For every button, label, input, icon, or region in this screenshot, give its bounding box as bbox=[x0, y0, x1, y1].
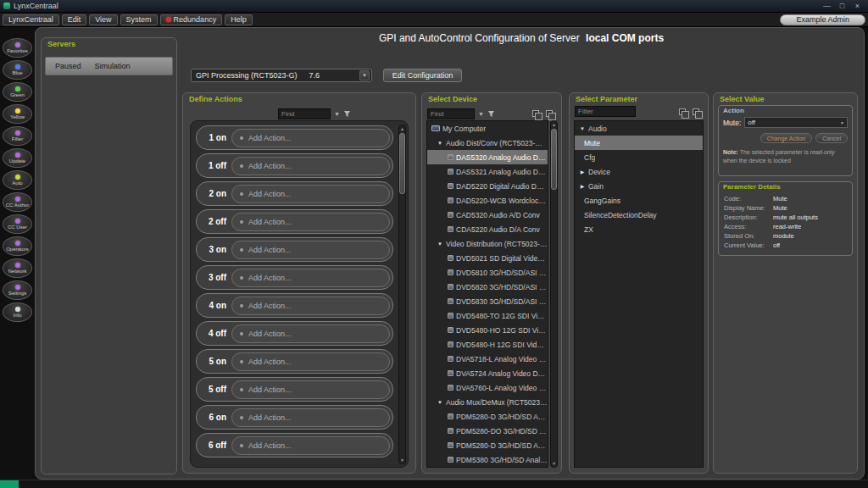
tree-item-pdm5280-d-3g-hd-sd-audio-proc[interactable]: PDM5280-D 3G/HD/SD Audio Proc... bbox=[427, 438, 548, 452]
add-action-button[interactable]: Add Action... bbox=[231, 324, 390, 343]
minimize-icon[interactable]: — bbox=[822, 1, 832, 12]
tree-item-dvd5480-h-12g-sdi-video-dist-amp[interactable]: DVD5480-H 12G SDI Video Dist Amp bbox=[427, 337, 548, 352]
add-action-button[interactable]: Add Action... bbox=[231, 213, 390, 231]
processor-dropdown[interactable]: GPI Processing (RCT5023-G) 7.6 ▼ bbox=[191, 69, 372, 82]
edit-configuration-button[interactable]: Edit Configuration bbox=[383, 69, 462, 82]
find-input[interactable] bbox=[278, 108, 331, 119]
tree-item-my-computer[interactable]: My Computer bbox=[427, 121, 548, 136]
tree-item-dad5220-wcb-wordclockdamp[interactable]: DAD5220-WCB WordclockDAmp bbox=[427, 193, 548, 208]
tree-item-dvd5480-to-12g-sdi-video-dist-a[interactable]: DVD5480-TO 12G SDI Video Dist A... bbox=[427, 308, 548, 323]
menu-item-system[interactable]: System bbox=[120, 14, 158, 25]
tree-item-das5321-analog-audio-damp-xbrn[interactable]: DAS5321 Analog Audio DAmp+XBrn bbox=[427, 164, 548, 179]
expand-all-icon[interactable] bbox=[679, 108, 686, 115]
device-scrollbar[interactable]: ▲ ▼ bbox=[550, 120, 558, 468]
tree-item-ganggains[interactable]: GangGains bbox=[575, 193, 703, 208]
tree-item-mute[interactable]: Mute bbox=[575, 136, 703, 150]
sidebar-item-filter[interactable]: Filter bbox=[3, 126, 32, 146]
server-row[interactable]: Paused Simulation bbox=[45, 57, 173, 75]
change-action-button[interactable]: Change Action bbox=[760, 133, 813, 143]
add-action-button[interactable]: Add Action... bbox=[231, 269, 390, 287]
filter-funnel-icon[interactable] bbox=[487, 106, 495, 121]
collapse-all-icon[interactable] bbox=[693, 108, 699, 115]
scrollbar-track[interactable] bbox=[551, 128, 557, 460]
close-icon[interactable]: × bbox=[853, 1, 862, 12]
tree-item-zx[interactable]: ZX bbox=[575, 222, 703, 236]
scroll-down-icon[interactable]: ▼ bbox=[400, 457, 404, 463]
add-action-button[interactable]: Add Action... bbox=[231, 157, 390, 175]
tree-item-dvd5830-3g-hd-sd-asi-digital-vi[interactable]: DVD5830 3G/HD/SD/ASI Digital Vi... bbox=[427, 294, 548, 308]
tree-item-dva5760-l-analog-video-damp[interactable]: DVA5760-L Analog Video DAmp bbox=[427, 380, 548, 395]
scrollbar-track[interactable] bbox=[399, 132, 405, 457]
tree-group-audio-mux-demux-rct5023-g[interactable]: ▼Audio Mux/DeMux (RCT5023-G) bbox=[427, 395, 548, 409]
tree-group-audio-dist-conv-rct5023-gs[interactable]: ▼Audio Dist/Conv (RCT5023-GS) bbox=[427, 136, 548, 150]
tree-item-cda5220-audio-d-a-conv[interactable]: CDA5220 Audio D/A Conv bbox=[427, 222, 548, 236]
sort-triangle-icon[interactable]: ▼ bbox=[478, 110, 484, 118]
collapse-all-icon[interactable] bbox=[546, 110, 553, 117]
menu-item-help[interactable]: Help bbox=[225, 14, 253, 25]
tree-group-audio[interactable]: ▼Audio bbox=[575, 121, 703, 136]
expander-open-icon[interactable]: ▼ bbox=[437, 400, 443, 405]
add-action-button[interactable]: Add Action... bbox=[231, 185, 390, 203]
tree-item-dvd5480-ho-12g-sdi-video-dist[interactable]: DVD5480-HO 12G SDI Video Dist ... bbox=[427, 323, 548, 337]
tree-item-silencedetectiondelay[interactable]: SilenceDetectionDelay bbox=[575, 208, 703, 222]
tree-item-dvd5810-3g-hd-sd-asi-digital-vi[interactable]: DVD5810 3G/HD/SD/ASI Digital Vi... bbox=[427, 265, 548, 280]
tree-item-pdm5280-do-3g-hd-sd-audio-pr[interactable]: PDM5280-DO 3G/HD/SD Audio Pr... bbox=[427, 424, 548, 438]
maximize-icon[interactable]: □ bbox=[837, 1, 847, 12]
tree-group-gain[interactable]: ▶Gain bbox=[575, 179, 703, 193]
add-action-button[interactable]: Add Action... bbox=[231, 436, 390, 455]
expander-open-icon[interactable]: ▼ bbox=[437, 241, 443, 247]
scroll-up-icon[interactable]: ▲ bbox=[552, 121, 556, 128]
sort-triangle-icon[interactable]: ▼ bbox=[334, 110, 340, 118]
cancel-button[interactable]: Cancel bbox=[815, 133, 848, 143]
sidebar-item-network[interactable]: Network bbox=[3, 258, 32, 278]
actions-scrollbar[interactable]: ▲ ▼ bbox=[398, 125, 406, 464]
expander-open-icon[interactable]: ▼ bbox=[437, 141, 443, 146]
tree-item-pdm5380-3g-hd-sd-analog-audio[interactable]: PDM5380 3G/HD/SD Analog Audio... bbox=[427, 452, 548, 467]
expand-all-icon[interactable] bbox=[532, 110, 539, 117]
expander-closed-icon[interactable]: ▶ bbox=[579, 169, 586, 175]
tree-item-cad5320-audio-a-d-conv[interactable]: CAD5320 Audio A/D Conv bbox=[427, 208, 548, 222]
add-action-button[interactable]: Add Action... bbox=[231, 352, 390, 371]
sidebar-item-info[interactable]: Info bbox=[3, 302, 32, 322]
menu-item-lynxcentraal[interactable]: LynxCentraal bbox=[3, 14, 59, 25]
add-action-button[interactable]: Add Action... bbox=[231, 408, 390, 427]
tree-group-video-distribution-rct5023-g[interactable]: ▼Video Distribution (RCT5023-G) bbox=[427, 236, 548, 251]
menu-item-redundancy[interactable]: Redundancy bbox=[160, 14, 223, 25]
parameter-filter-input[interactable] bbox=[575, 106, 636, 117]
sidebar-item-update[interactable]: Update bbox=[3, 148, 32, 168]
filter-funnel-icon[interactable] bbox=[343, 106, 351, 121]
value-dropdown[interactable]: off ▼ bbox=[744, 117, 848, 128]
expander-closed-icon[interactable]: ▶ bbox=[579, 183, 586, 189]
add-action-button[interactable]: Add Action... bbox=[231, 241, 390, 259]
tree-item-dad5220-digital-audio-damp[interactable]: DAD5220 Digital Audio DAmp bbox=[427, 179, 548, 193]
tree-item-pdm5280-d-3g-hd-sd-audio-proc[interactable]: PDM5280-D 3G/HD/SD Audio Proc... bbox=[427, 409, 548, 424]
menu-item-view[interactable]: View bbox=[89, 14, 117, 25]
scrollbar-thumb[interactable] bbox=[399, 133, 405, 194]
tree-item-dva5718-l-analog-video-damp[interactable]: DVA5718-L Analog Video DAmp bbox=[427, 352, 548, 366]
expander-open-icon[interactable]: ▼ bbox=[579, 126, 586, 131]
tree-item-das5320-analog-audio-damp[interactable]: DAS5320 Analog Audio DAmp bbox=[427, 150, 548, 164]
sidebar-item-blue[interactable]: Blue bbox=[3, 60, 32, 80]
menu-item-edit[interactable]: Edit bbox=[62, 14, 87, 25]
device-find-input[interactable] bbox=[427, 108, 475, 119]
sidebar-item-operators[interactable]: Operators bbox=[3, 236, 32, 256]
add-action-button[interactable]: Add Action... bbox=[231, 380, 390, 399]
tree-item-cfg[interactable]: Cfg bbox=[575, 150, 703, 164]
sidebar-item-green[interactable]: Green bbox=[3, 82, 32, 102]
scroll-down-icon[interactable]: ▼ bbox=[552, 460, 556, 467]
scroll-up-icon[interactable]: ▲ bbox=[400, 125, 404, 132]
sidebar-item-auto[interactable]: Auto bbox=[3, 170, 32, 190]
sidebar-item-yellow[interactable]: Yellow bbox=[3, 104, 32, 124]
add-action-button[interactable]: Add Action... bbox=[231, 297, 390, 315]
tree-item-dva5724-analog-video-damp[interactable]: DVA5724 Analog Video DAmp bbox=[427, 366, 548, 380]
tree-item-dvd5021-sd-digital-video-damp[interactable]: DVD5021 SD Digital Video DAmp bbox=[427, 251, 548, 265]
sidebar-item-settings[interactable]: Settings bbox=[3, 280, 32, 300]
user-button[interactable]: Example Admin bbox=[780, 14, 865, 25]
add-action-button[interactable]: Add Action... bbox=[231, 129, 390, 147]
sidebar-item-favorites[interactable]: Favorites bbox=[3, 38, 32, 58]
sidebar-item-cc-user[interactable]: CC User bbox=[3, 214, 32, 234]
scrollbar-thumb[interactable] bbox=[551, 129, 557, 190]
tree-item-dvd5820-3g-hd-sd-asi-digital-vi[interactable]: DVD5820 3G/HD/SD/ASI Digital Vi... bbox=[427, 280, 548, 294]
sidebar-item-cc-author[interactable]: CC Author bbox=[3, 192, 32, 212]
tree-group-device[interactable]: ▶Device bbox=[575, 164, 703, 179]
